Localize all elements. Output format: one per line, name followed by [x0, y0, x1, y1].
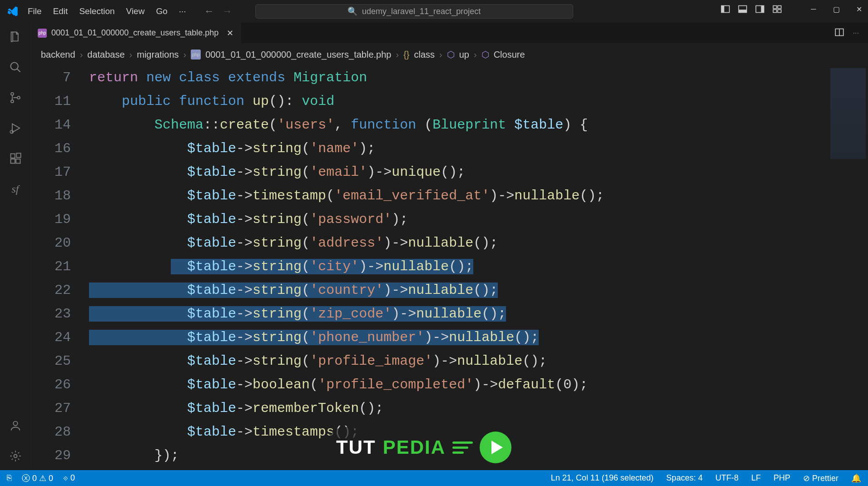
code-line[interactable]: 22 $table->string('country')->nullable()… — [31, 278, 868, 302]
code-line[interactable]: 19 $table->string('password'); — [31, 208, 868, 231]
window-restore-icon[interactable]: ▢ — [832, 5, 841, 14]
code-content[interactable]: $table->boolean('profile_completed')->de… — [89, 373, 868, 397]
status-eol[interactable]: LF — [751, 473, 761, 483]
status-cursor-position[interactable]: Ln 21, Col 11 (196 selected) — [551, 473, 654, 483]
title-bar: File Edit Selection View Go ··· ← → 🔍 ud… — [0, 0, 868, 23]
layout-icons — [721, 5, 782, 14]
menu-view[interactable]: View — [126, 6, 145, 16]
status-ports[interactable]: ⟐ 0 — [63, 473, 75, 483]
code-line[interactable]: 20 $table->string('address')->nullable()… — [31, 231, 868, 255]
more-actions-icon[interactable]: ··· — [853, 29, 859, 37]
toggle-panel-icon[interactable] — [738, 5, 747, 14]
code-content[interactable]: $table->string('zip_code')->nullable(); — [89, 302, 868, 326]
activity-search-icon[interactable] — [8, 60, 23, 74]
code-content[interactable]: $table->string('address')->nullable(); — [89, 231, 868, 255]
menu-file[interactable]: File — [28, 6, 42, 16]
menu-more-icon[interactable]: ··· — [179, 6, 186, 16]
svg-line-11 — [17, 69, 20, 72]
watermark-text: TUT — [336, 436, 376, 458]
activity-run-debug-icon[interactable] — [8, 121, 23, 135]
status-encoding[interactable]: UTF-8 — [715, 473, 739, 483]
window-close-icon[interactable]: ✕ — [854, 5, 863, 14]
tab-close-icon[interactable]: ✕ — [227, 28, 233, 38]
activity-symfony-icon[interactable]: sf — [8, 182, 23, 196]
status-language[interactable]: PHP — [774, 473, 790, 483]
svg-point-14 — [17, 96, 20, 99]
status-notifications-icon[interactable]: 🔔 — [851, 473, 861, 483]
activity-settings-icon[interactable] — [8, 449, 23, 463]
tab-filename: 0001_01_01_000000_create_users_table.php — [51, 28, 218, 38]
status-problems[interactable]: ⓧ 0 ⚠ 0 — [22, 473, 53, 484]
svg-point-13 — [11, 100, 14, 103]
svg-rect-19 — [16, 153, 20, 157]
minimap[interactable] — [830, 68, 866, 159]
code-line[interactable]: 26 $table->boolean('profile_completed')-… — [31, 373, 868, 397]
status-indentation[interactable]: Spaces: 4 — [666, 473, 703, 483]
breadcrumb[interactable]: backend› database› migrations› php 0001_… — [31, 43, 868, 66]
tab-actions: ··· — [835, 23, 868, 43]
code-line[interactable]: 27 $table->rememberToken(); — [31, 397, 868, 420]
editor-tab[interactable]: php 0001_01_01_000000_create_users_table… — [31, 23, 241, 43]
code-line[interactable]: 11 public function up(): void — [31, 89, 868, 113]
breadcrumb-item[interactable]: backend — [41, 50, 75, 60]
code-line[interactable]: 14 Schema::create('users', function (Blu… — [31, 113, 868, 137]
toggle-primary-sidebar-icon[interactable] — [721, 5, 730, 14]
code-content[interactable]: $table->string('phone_number')->nullable… — [89, 326, 868, 349]
customize-layout-icon[interactable] — [773, 5, 782, 14]
activity-extensions-icon[interactable] — [8, 151, 23, 166]
code-content[interactable]: $table->string('password'); — [89, 208, 868, 231]
nav-forward-icon[interactable]: → — [223, 5, 233, 17]
breadcrumb-item[interactable]: Closure — [494, 50, 525, 60]
code-line[interactable]: 16 $table->string('name'); — [31, 137, 868, 160]
tab-bar: php 0001_01_01_000000_create_users_table… — [31, 23, 868, 43]
menu-selection[interactable]: Selection — [79, 6, 114, 16]
breadcrumb-item[interactable]: 0001_01_01_000000_create_users_table.php — [205, 50, 391, 60]
breadcrumb-item[interactable]: class — [414, 50, 435, 60]
activity-bar: sf — [0, 23, 31, 470]
status-formatter[interactable]: ⊘ Prettier — [803, 473, 838, 483]
line-number: 23 — [31, 302, 89, 326]
code-line[interactable]: 7return new class extends Migration — [31, 66, 868, 89]
code-line[interactable]: 24 $table->string('phone_number')->nulla… — [31, 326, 868, 349]
code-line[interactable]: 25 $table->string('profile_image')->null… — [31, 349, 868, 373]
svg-rect-3 — [739, 10, 747, 12]
code-line[interactable]: 18 $table->timestamp('email_verified_at'… — [31, 184, 868, 208]
breadcrumb-item[interactable]: database — [87, 50, 124, 60]
activity-explorer-icon[interactable] — [8, 30, 23, 44]
svg-point-12 — [11, 93, 14, 95]
code-line[interactable]: 23 $table->string('zip_code')->nullable(… — [31, 302, 868, 326]
line-number: 21 — [31, 255, 89, 278]
menu-edit[interactable]: Edit — [53, 6, 68, 16]
code-content[interactable]: $table->string('country')->nullable(); — [89, 278, 868, 302]
search-icon: 🔍 — [347, 6, 357, 16]
code-content[interactable]: Schema::create('users', function (Bluepr… — [89, 113, 868, 137]
code-content[interactable]: $table->string('name'); — [89, 137, 868, 160]
code-content[interactable]: return new class extends Migration — [89, 66, 868, 89]
code-content[interactable]: public function up(): void — [89, 89, 868, 113]
code-content[interactable]: $table->rememberToken(); — [89, 397, 868, 420]
window-minimize-icon[interactable]: ─ — [809, 5, 818, 14]
remote-indicator-icon[interactable]: ⎘ — [7, 473, 12, 483]
breadcrumb-item[interactable]: up — [459, 50, 469, 60]
breadcrumb-item[interactable]: migrations — [137, 50, 179, 60]
watermark-lines-icon — [452, 441, 473, 454]
activity-accounts-icon[interactable] — [8, 418, 23, 433]
menu-go[interactable]: Go — [156, 6, 167, 16]
code-content[interactable]: $table->string('profile_image')->nullabl… — [89, 349, 868, 373]
watermark-play-icon — [480, 431, 511, 463]
editor-area[interactable]: 7return new class extends Migration11 pu… — [31, 66, 868, 470]
nav-back-icon[interactable]: ← — [204, 5, 214, 17]
code-content[interactable]: $table->string('city')->nullable(); — [89, 255, 868, 278]
code-line[interactable]: 17 $table->string('email')->unique(); — [31, 160, 868, 184]
activity-source-control-icon[interactable] — [8, 90, 23, 105]
code-content[interactable]: $table->string('email')->unique(); — [89, 160, 868, 184]
line-number: 28 — [31, 420, 89, 444]
split-editor-icon[interactable] — [835, 28, 844, 39]
line-number: 18 — [31, 184, 89, 208]
toggle-secondary-sidebar-icon[interactable] — [755, 5, 764, 14]
svg-rect-17 — [10, 159, 15, 163]
command-center[interactable]: 🔍 udemy_laravel_11_react_project — [255, 4, 573, 19]
code-content[interactable]: $table->timestamp('email_verified_at')->… — [89, 184, 868, 208]
code-line[interactable]: 21 $table->string('city')->nullable(); — [31, 255, 868, 278]
svg-rect-18 — [16, 159, 20, 163]
